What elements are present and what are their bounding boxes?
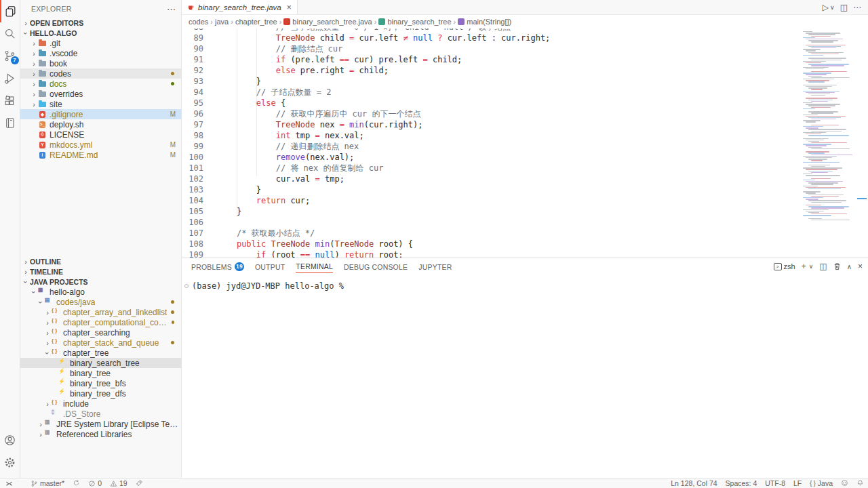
root-folder-section[interactable]: › HELLO-ALGO — [20, 28, 181, 38]
code-line-106[interactable]: 106 — [182, 217, 803, 228]
status-branch[interactable]: master* — [26, 479, 68, 487]
outline-section[interactable]: › OUTLINE — [20, 256, 181, 266]
java-project-binary_tree_dfs[interactable]: ⚡binary_tree_dfs — [20, 388, 181, 399]
code-line-94[interactable]: 94 // 子结点数量 = 2 — [182, 87, 803, 98]
explorer-icon[interactable] — [0, 0, 20, 22]
breadcrumb-item[interactable]: java — [215, 18, 229, 26]
code-line-91[interactable]: 91 if (pre.left == cur) pre.left = child… — [182, 54, 803, 65]
new-terminal-icon[interactable]: + — [802, 262, 806, 271]
code-line-92[interactable]: 92 else pre.right = child; — [182, 65, 803, 76]
breadcrumb-item[interactable]: main(String[]) — [458, 18, 511, 26]
file-row-docs[interactable]: ›docs — [20, 79, 181, 89]
code-line-105[interactable]: 105 } — [182, 206, 803, 217]
code-line-96[interactable]: 96 // 获取中序遍历中 cur 的下一个结点 — [182, 108, 803, 119]
java-project-include[interactable]: ›{ }include — [20, 399, 181, 409]
code-line-104[interactable]: 104 return cur; — [182, 195, 803, 206]
status-encoding[interactable]: UTF-8 — [761, 479, 789, 487]
status-feedback[interactable] — [837, 479, 852, 487]
run-dropdown-icon[interactable]: ∨ — [830, 4, 835, 11]
split-editor-icon[interactable]: ◫ — [840, 3, 848, 12]
java-project-binary_tree[interactable]: ⚡binary_tree — [20, 368, 181, 378]
code-line-107[interactable]: 107 /* 获取最小结点 */ — [182, 228, 803, 239]
notebook-icon[interactable] — [0, 112, 20, 134]
code-line-95[interactable]: 95 else { — [182, 98, 803, 108]
java-project-jresystemlibraryeclipsetemurin1717....[interactable]: ›▥JRE System Library [Eclipse Temurin 17… — [20, 419, 181, 429]
code-line-100[interactable]: 100 remove(nex.val); — [182, 152, 803, 163]
breadcrumb-item[interactable]: binary_search_tree — [378, 18, 451, 26]
file-row-.git[interactable]: ›.git — [20, 38, 181, 48]
terminal-dropdown-icon[interactable]: ∨ — [809, 263, 814, 270]
code-line-97[interactable]: 97 TreeNode nex = min(cur.right); — [182, 119, 803, 130]
code-line-90[interactable]: 90 // 删除结点 cur — [182, 43, 803, 54]
code-line-109[interactable]: 109 if (root == null) return root; — [182, 249, 803, 258]
panel-tab-problems[interactable]: PROBLEMS19 — [191, 260, 244, 273]
code-line-103[interactable]: 103 } — [182, 184, 803, 195]
java-project-binary_search_tree[interactable]: ⚡binary_search_tree — [20, 358, 181, 368]
file-row-codes[interactable]: ›codes — [20, 68, 181, 79]
terminal[interactable]: (base) jyd@JYD-MBP hello-algo % — [182, 274, 868, 291]
panel-tab-debug-console[interactable]: DEBUG CONSOLE — [344, 260, 408, 273]
java-project-chapter_array_and_linkedlist[interactable]: ›{ }chapter_array_and_linkedlist — [20, 307, 181, 317]
code-line-89[interactable]: 89 TreeNode child = cur.left ≠ null ? cu… — [182, 33, 803, 43]
java-project-chapter_stack_and_queue[interactable]: ›{ }chapter_stack_and_queue — [20, 338, 181, 348]
file-row-license[interactable]: ©LICENSE — [20, 129, 181, 140]
file-row-overrides[interactable]: ›overrides — [20, 89, 181, 99]
status-errors[interactable]: 0 — [84, 479, 106, 487]
java-project-chapter_tree[interactable]: ›{ }chapter_tree — [20, 348, 181, 358]
split-terminal-icon[interactable]: ◫ — [819, 262, 827, 271]
panel-tab-jupyter[interactable]: JUPYTER — [418, 260, 452, 273]
code-line-108[interactable]: 108 public TreeNode min(TreeNode root) { — [182, 239, 803, 249]
editor-scrollbar[interactable] — [856, 28, 868, 258]
breadcrumb-item[interactable]: codes — [189, 18, 208, 26]
tab-close-icon[interactable]: × — [287, 3, 292, 12]
panel-tab-terminal[interactable]: TERMINAL — [296, 260, 333, 273]
maximize-panel-icon[interactable]: ∧ — [847, 263, 852, 270]
panel-tab-output[interactable]: OUTPUT — [255, 260, 285, 273]
open-editors-section[interactable]: › OPEN EDITORS — [20, 18, 181, 28]
status-eol[interactable]: LF — [789, 479, 806, 487]
status-java-status[interactable] — [132, 479, 147, 487]
code-line-93[interactable]: 93 } — [182, 76, 803, 87]
status-warnings[interactable]: 19 — [106, 479, 132, 487]
java-project-binary_tree_bfs[interactable]: ⚡binary_tree_bfs — [20, 378, 181, 388]
minimap[interactable] — [803, 28, 856, 221]
code-line-102[interactable]: 102 cur.val = tmp; — [182, 174, 803, 184]
code-line-98[interactable]: 98 int tmp = nex.val; — [182, 130, 803, 141]
status-cursor-position[interactable]: Ln 128, Col 74 — [667, 479, 721, 487]
status-sync[interactable] — [68, 479, 84, 487]
code-editor[interactable]: 88 // 当子结点数量 = 0 / 1 时， child = null / 该… — [182, 28, 868, 258]
run-java-button[interactable]: ▷ — [823, 3, 829, 12]
file-row-book[interactable]: ›book — [20, 58, 181, 68]
breadcrumb-item[interactable]: chapter_tree — [235, 18, 277, 26]
java-project-referencedlibraries[interactable]: ›▥Referenced Libraries — [20, 429, 181, 439]
run-debug-icon[interactable] — [0, 67, 20, 89]
settings-icon[interactable] — [0, 451, 20, 474]
timeline-section[interactable]: › TIMELINE — [20, 266, 181, 277]
source-control-icon[interactable]: 7 — [0, 45, 20, 67]
java-project-chapter_computational_complexity[interactable]: ›{ }chapter_computational_complexity — [20, 317, 181, 327]
java-project-chapter_searching[interactable]: ›{ }chapter_searching — [20, 327, 181, 338]
account-icon[interactable] — [0, 429, 20, 451]
terminal-shell-item[interactable]: > zsh — [774, 262, 795, 270]
more-actions-icon[interactable]: ⋯ — [167, 4, 176, 14]
file-row-.gitignore[interactable]: ◆.gitignoreM — [20, 109, 181, 119]
status-notifications[interactable] — [852, 479, 868, 487]
java-project-hello-algo[interactable]: ›▦hello-algo — [20, 287, 181, 297]
file-row-deploy.sh[interactable]: >_deploy.sh — [20, 119, 181, 129]
more-actions-icon[interactable]: ⋯ — [853, 3, 861, 12]
kill-terminal-icon[interactable] — [833, 262, 841, 270]
file-row-.vscode[interactable]: ›.vscode — [20, 48, 181, 58]
java-projects-section[interactable]: › JAVA PROJECTS — [20, 277, 181, 287]
java-project-codesjava[interactable]: ›▤codes/java — [20, 297, 181, 307]
file-row-mkdocs.yml[interactable]: Ymkdocs.ymlM — [20, 140, 181, 150]
file-row-readme.md[interactable]: iREADME.mdM — [20, 150, 181, 160]
code-line-99[interactable]: 99 // 递归删除结点 nex — [182, 141, 803, 152]
search-icon[interactable] — [0, 22, 20, 45]
file-row-site[interactable]: ›site — [20, 99, 181, 109]
breadcrumb-item[interactable]: binary_search_tree.java — [283, 18, 372, 26]
code-line-101[interactable]: 101 // 将 nex 的值复制给 cur — [182, 163, 803, 174]
tab-binary-search-tree[interactable]: binary_search_tree.java × — [182, 0, 298, 14]
java-project-.ds_store[interactable]: ▯.DS_Store — [20, 409, 181, 419]
extensions-icon[interactable] — [0, 89, 20, 112]
status-indentation[interactable]: Spaces: 4 — [722, 479, 762, 487]
